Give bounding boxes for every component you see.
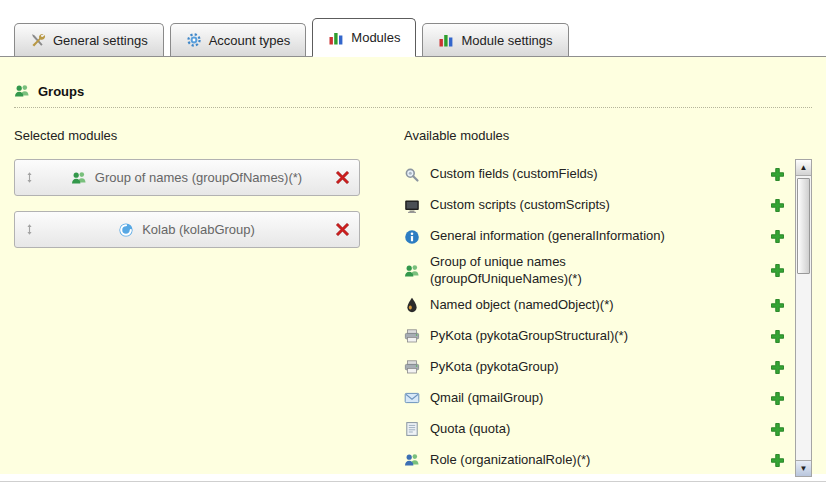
add-module-button[interactable] <box>770 422 785 437</box>
tab-general-settings[interactable]: General settings <box>14 23 164 56</box>
remove-module-button[interactable] <box>335 170 350 185</box>
remove-module-button[interactable] <box>335 222 350 237</box>
group-icon <box>71 170 87 186</box>
add-module-button[interactable] <box>770 298 785 313</box>
green-plus-icon <box>770 422 785 437</box>
terminal-screen-icon <box>404 198 420 214</box>
add-module-button[interactable] <box>770 198 785 213</box>
group-icon <box>404 263 420 279</box>
green-plus-icon <box>770 298 785 313</box>
green-plus-icon <box>770 329 785 344</box>
available-module-row: Custom scripts (customScripts) <box>404 190 795 221</box>
tab-bar: General settings Account types Modules M… <box>0 0 826 57</box>
available-modules-column: Available modules Custom fields (customF… <box>404 128 812 477</box>
available-module-row: Quota (quota) <box>404 414 795 445</box>
app-window: General settings Account types Modules M… <box>0 0 826 482</box>
modules-chart-icon <box>438 32 454 48</box>
add-module-button[interactable] <box>770 167 785 182</box>
section-heading-groups: Groups <box>14 57 812 108</box>
selected-module-row: Group of names (groupOfNames)(*) <box>14 159 360 196</box>
kolab-icon <box>118 222 134 238</box>
scrollbar-down-button[interactable]: ▼ <box>796 460 811 476</box>
printer-icon <box>404 359 420 375</box>
add-module-button[interactable] <box>770 453 785 468</box>
add-module-button[interactable] <box>770 391 785 406</box>
selected-module-row: Kolab (kolabGroup) <box>14 211 360 248</box>
droplet-icon <box>404 297 420 313</box>
magnifier-icon <box>404 167 420 183</box>
green-plus-icon <box>770 453 785 468</box>
printer-icon <box>404 328 420 344</box>
section-title: Groups <box>38 84 84 99</box>
red-x-icon <box>335 170 350 185</box>
tab-modules[interactable]: Modules <box>312 18 416 57</box>
tab-label: Account types <box>209 33 291 48</box>
gear-icon <box>186 32 202 48</box>
selected-module-content: Kolab (kolabGroup) <box>38 222 335 238</box>
selected-modules-column: Selected modules Group of names (groupOf… <box>14 128 390 477</box>
module-label: Group of unique names (groupOfUniqueName… <box>430 254 764 288</box>
up-down-arrow-icon <box>24 172 35 183</box>
up-down-arrow-icon <box>24 224 35 235</box>
add-module-button[interactable] <box>770 329 785 344</box>
available-module-row: Named object (namedObject)(*) <box>404 290 795 321</box>
available-module-row: PyKota (pykotaGroupStructural)(*) <box>404 321 795 352</box>
wrench-screwdriver-icon <box>30 32 46 48</box>
green-plus-icon <box>770 263 785 278</box>
module-label: PyKota (pykotaGroupStructural)(*) <box>430 328 764 345</box>
selected-modules-heading: Selected modules <box>14 128 390 143</box>
add-module-button[interactable] <box>770 360 785 375</box>
mail-icon <box>404 390 420 406</box>
vertical-scrollbar[interactable]: ▲ ▼ <box>795 159 812 477</box>
module-label: Custom scripts (customScripts) <box>430 197 764 214</box>
module-label: Quota (quota) <box>430 421 764 438</box>
role-group-icon <box>404 452 420 468</box>
scrollbar-up-button[interactable]: ▲ <box>796 160 811 176</box>
available-module-row: Custom fields (customFields) <box>404 159 795 190</box>
module-label: PyKota (pykotaGroup) <box>430 359 764 376</box>
green-plus-icon <box>770 360 785 375</box>
tab-label: Module settings <box>461 33 552 48</box>
drag-handle[interactable] <box>24 172 38 183</box>
group-icon <box>14 83 30 99</box>
modules-columns: Selected modules Group of names (groupOf… <box>0 128 826 477</box>
module-label: Qmail (qmailGroup) <box>430 390 764 407</box>
available-module-row: General information (generalInformation) <box>404 221 795 252</box>
green-plus-icon <box>770 391 785 406</box>
available-module-row: PyKota (pykotaGroup) <box>404 352 795 383</box>
drag-handle[interactable] <box>24 224 38 235</box>
modules-panel: Groups Selected modules Group of names (… <box>0 57 826 474</box>
available-modules-list: Custom fields (customFields) Custom scri… <box>404 159 795 477</box>
tab-label: Modules <box>351 30 400 45</box>
available-module-row: Qmail (qmailGroup) <box>404 383 795 414</box>
green-plus-icon <box>770 198 785 213</box>
document-icon <box>404 421 420 437</box>
module-label: Kolab (kolabGroup) <box>142 222 255 237</box>
green-plus-icon <box>770 229 785 244</box>
scrollbar-thumb[interactable] <box>797 178 810 274</box>
module-label: Group of names (groupOfNames)(*) <box>95 170 302 185</box>
module-label: Role (organizationalRole)(*) <box>430 452 764 469</box>
green-plus-icon <box>770 167 785 182</box>
add-module-button[interactable] <box>770 263 785 278</box>
tab-account-types[interactable]: Account types <box>170 23 307 56</box>
add-module-button[interactable] <box>770 229 785 244</box>
tab-label: General settings <box>53 33 148 48</box>
available-modules-heading: Available modules <box>404 128 812 143</box>
module-label: Custom fields (customFields) <box>430 166 764 183</box>
red-x-icon <box>335 222 350 237</box>
tab-module-settings[interactable]: Module settings <box>422 23 568 56</box>
module-label: Named object (namedObject)(*) <box>430 297 764 314</box>
available-module-row: Role (organizationalRole)(*) <box>404 445 795 476</box>
info-icon <box>404 229 420 245</box>
available-module-row: Group of unique names (groupOfUniqueName… <box>404 252 795 290</box>
modules-chart-icon <box>328 30 344 46</box>
module-label: General information (generalInformation) <box>430 228 764 245</box>
selected-module-content: Group of names (groupOfNames)(*) <box>38 170 335 186</box>
